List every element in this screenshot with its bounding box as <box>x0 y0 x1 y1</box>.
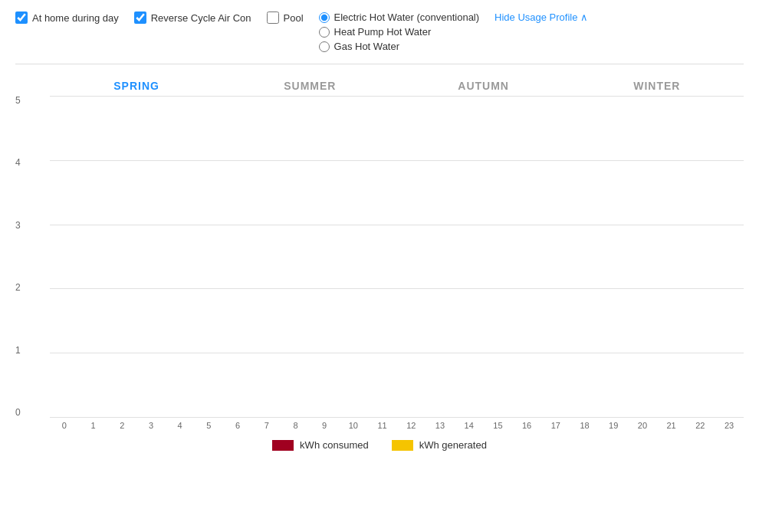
radio-electric-hw-label: Electric Hot Water (conventional) <box>334 11 480 23</box>
x-tick-4: 4 <box>166 421 195 430</box>
x-tick-17: 17 <box>541 421 570 430</box>
x-tick-8: 8 <box>281 421 310 430</box>
legend-generated-label: kWh generated <box>419 439 487 451</box>
x-tick-2: 2 <box>107 421 136 430</box>
x-tick-13: 13 <box>426 421 455 430</box>
x-tick-20: 20 <box>628 421 657 430</box>
x-tick-0: 0 <box>50 421 79 430</box>
y-tick-4: 4 <box>15 158 21 167</box>
x-tick-15: 15 <box>484 421 513 430</box>
x-tick-22: 22 <box>685 421 715 430</box>
checkbox-reverse-cycle-label: Reverse Cycle Air Con <box>151 12 251 24</box>
checkbox-at-home[interactable]: At home during day <box>15 11 119 24</box>
x-tick-10: 10 <box>339 421 368 430</box>
x-tick-18: 18 <box>570 421 600 430</box>
radio-heat-pump-input[interactable] <box>319 27 330 38</box>
season-label-summer: SUMMER <box>223 80 396 92</box>
x-tick-3: 3 <box>136 421 166 430</box>
controls-row: At home during day Reverse Cycle Air Con… <box>15 11 744 52</box>
radio-heat-pump-label: Heat Pump Hot Water <box>334 26 432 38</box>
x-tick-12: 12 <box>396 421 426 430</box>
season-label-winter: WINTER <box>570 80 744 92</box>
radio-gas-hw[interactable]: Gas Hot Water <box>319 41 480 52</box>
legend-consumed-swatch <box>272 440 294 451</box>
legend-consumed-label: kWh consumed <box>300 439 369 451</box>
radio-gas-hw-label: Gas Hot Water <box>334 41 399 52</box>
radio-heat-pump[interactable]: Heat Pump Hot Water <box>319 26 480 38</box>
grid-line-0 <box>50 417 744 418</box>
chart-wrapper: 543210 012345678910111213141516171819202… <box>15 96 744 451</box>
radio-electric-hw[interactable]: Electric Hot Water (conventional) <box>319 11 480 23</box>
y-tick-5: 5 <box>15 96 21 105</box>
season-label-spring: SPRING <box>50 80 223 92</box>
y-tick-1: 1 <box>15 346 21 355</box>
x-tick-14: 14 <box>455 421 484 430</box>
season-label-autumn: AUTUMN <box>397 80 570 92</box>
checkbox-pool-input[interactable] <box>267 11 279 24</box>
y-axis: 543210 <box>15 96 21 417</box>
radio-gas-hw-input[interactable] <box>319 41 330 52</box>
x-tick-1: 1 <box>79 421 108 430</box>
x-tick-21: 21 <box>657 421 686 430</box>
divider <box>15 64 744 64</box>
bars-container <box>50 96 744 417</box>
hide-usage-profile-link[interactable]: Hide Usage Profile ∧ <box>495 11 588 23</box>
checkbox-at-home-input[interactable] <box>15 11 28 24</box>
legend-generated-swatch <box>392 440 413 451</box>
x-tick-11: 11 <box>368 421 397 430</box>
checkbox-pool[interactable]: Pool <box>267 11 304 24</box>
radio-electric-hw-input[interactable] <box>319 12 330 23</box>
checkbox-pool-label: Pool <box>284 12 304 24</box>
x-tick-23: 23 <box>715 421 744 430</box>
season-labels: SPRINGSUMMERAUTUMNWINTER <box>50 80 744 92</box>
x-tick-6: 6 <box>223 421 252 430</box>
legend-generated: kWh generated <box>392 439 487 451</box>
checkbox-at-home-label: At home during day <box>32 12 119 24</box>
checkbox-reverse-cycle[interactable]: Reverse Cycle Air Con <box>134 11 251 24</box>
x-tick-9: 9 <box>310 421 339 430</box>
y-tick-2: 2 <box>15 283 21 292</box>
chart-area: 543210 <box>50 96 744 418</box>
x-tick-5: 5 <box>195 421 224 430</box>
y-tick-0: 0 <box>15 408 21 417</box>
x-axis: 01234567891011121314151617181920212223 <box>50 421 744 430</box>
x-tick-19: 19 <box>599 421 628 430</box>
legend-consumed: kWh consumed <box>272 439 369 451</box>
x-tick-16: 16 <box>512 421 541 430</box>
x-tick-7: 7 <box>252 421 281 430</box>
checkbox-reverse-cycle-input[interactable] <box>134 11 146 24</box>
y-tick-3: 3 <box>15 221 21 230</box>
radio-hot-water-group: Electric Hot Water (conventional) Heat P… <box>319 11 480 52</box>
legend: kWh consumed kWh generated <box>15 439 744 451</box>
